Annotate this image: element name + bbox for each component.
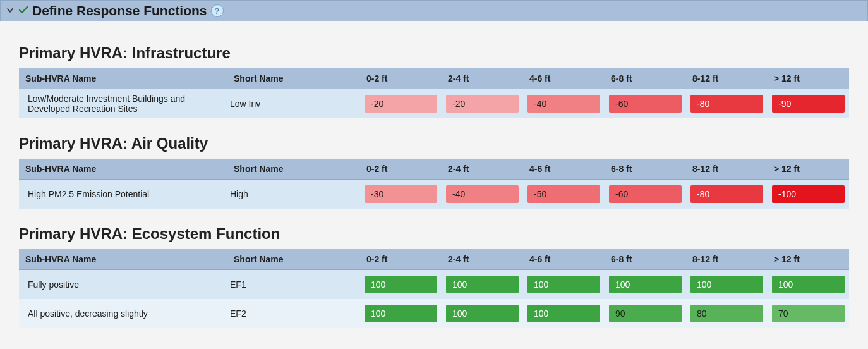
response-value-cell[interactable]: -30 [360,180,442,209]
response-value[interactable]: -80 [690,185,763,203]
panel-body: Primary HVRA: InfrastructureSub-HVRA Nam… [0,21,868,341]
col-header-range: 4-6 ft [523,249,605,270]
response-value[interactable]: 100 [446,276,519,293]
col-header-name: Sub-HVRA Name [19,159,227,180]
help-icon[interactable]: ? [211,4,224,17]
response-value-cell[interactable]: -60 [605,89,686,118]
panel-title: Define Response Functions [32,3,207,18]
table-row: Low/Moderate Investment Buildings and De… [19,89,849,118]
response-value[interactable]: -20 [446,95,519,113]
col-header-short: Short Name [227,159,360,180]
response-value[interactable]: -60 [609,185,682,203]
response-value-cell[interactable]: 100 [442,270,523,299]
response-value-cell[interactable]: -20 [442,89,523,118]
col-header-short: Short Name [227,249,360,270]
response-value-cell[interactable]: 90 [605,299,686,328]
response-value-cell[interactable]: -40 [523,89,605,118]
sub-hvra-short: Low Inv [227,89,360,118]
response-value[interactable]: -30 [365,185,437,203]
response-value-cell[interactable]: 100 [360,299,442,328]
response-value[interactable]: 100 [365,276,437,293]
col-header-name: Sub-HVRA Name [19,68,227,89]
sub-hvra-short: EF1 [227,270,360,299]
col-header-range: 8-12 ft [686,249,768,270]
col-header-range: 4-6 ft [523,159,605,180]
hvra-section-heading: Primary HVRA: Air Quality [19,135,849,152]
hvra-section-heading: Primary HVRA: Infrastructure [19,44,849,62]
panel-header[interactable]: Define Response Functions ? [0,0,868,21]
response-value-cell[interactable]: -90 [768,89,849,118]
response-value-cell[interactable]: 100 [605,270,686,299]
col-header-range: > 12 ft [768,68,849,89]
response-value[interactable]: -90 [772,95,845,113]
response-value-cell[interactable]: -80 [686,180,768,209]
response-value[interactable]: -20 [365,95,437,113]
response-value[interactable]: -60 [609,95,682,113]
col-header-range: 0-2 ft [360,68,442,89]
col-header-range: 0-2 ft [360,249,442,270]
response-value-cell[interactable]: 100 [768,270,849,299]
sub-hvra-name: Fully positive [19,270,227,299]
response-value-cell[interactable]: 100 [523,299,605,328]
response-value[interactable]: 80 [690,305,763,322]
response-value[interactable]: -40 [527,95,600,113]
col-header-range: 0-2 ft [360,159,442,180]
col-header-range: 6-8 ft [605,159,686,180]
hvra-section-heading: Primary HVRA: Ecosystem Function [19,225,849,243]
col-header-range: > 12 ft [768,249,849,270]
col-header-short: Short Name [227,68,360,89]
col-header-range: 6-8 ft [605,68,686,89]
response-value[interactable]: 100 [365,305,437,322]
response-value-cell[interactable]: 70 [768,299,849,328]
response-value-cell[interactable]: -80 [686,89,768,118]
sub-hvra-short: High [227,180,360,209]
sub-hvra-name: All positive, decreasing slightly [19,299,227,328]
collapse-chevron-icon[interactable] [6,6,15,16]
response-value-cell[interactable]: -20 [360,89,442,118]
col-header-range: 8-12 ft [686,159,768,180]
col-header-range: 2-4 ft [442,249,523,270]
col-header-range: 4-6 ft [523,68,605,89]
col-header-name: Sub-HVRA Name [19,249,227,270]
response-value-cell[interactable]: 100 [686,270,768,299]
response-value-cell[interactable]: 100 [442,299,523,328]
response-value-cell[interactable]: 80 [686,299,768,328]
sub-hvra-name: Low/Moderate Investment Buildings and De… [19,89,227,118]
col-header-range: 2-4 ft [442,68,523,89]
hvra-table: Sub-HVRA NameShort Name0-2 ft2-4 ft4-6 f… [19,159,849,209]
table-row: Fully positiveEF1100100100100100100 [19,270,849,299]
col-header-range: 6-8 ft [605,249,686,270]
response-value[interactable]: 70 [772,305,845,322]
response-value-cell[interactable]: -100 [768,180,849,209]
response-value-cell[interactable]: 100 [523,270,605,299]
response-value[interactable]: 100 [690,276,763,293]
response-value[interactable]: 100 [609,276,682,293]
response-value[interactable]: -80 [690,95,763,113]
col-header-range: 8-12 ft [686,68,768,89]
response-value-cell[interactable]: -40 [442,180,523,209]
hvra-table: Sub-HVRA NameShort Name0-2 ft2-4 ft4-6 f… [19,249,849,328]
col-header-range: > 12 ft [768,159,849,180]
table-row: All positive, decreasing slightlyEF21001… [19,299,849,328]
response-value[interactable]: -40 [446,185,519,203]
response-value[interactable]: -50 [527,185,600,203]
response-functions-panel: Define Response Functions ? Primary HVRA… [0,0,868,341]
response-value[interactable]: 100 [446,305,519,322]
response-value[interactable]: 100 [527,305,600,322]
response-value-cell[interactable]: -60 [605,180,686,209]
response-value-cell[interactable]: -50 [523,180,605,209]
response-value[interactable]: -100 [772,185,845,203]
hvra-table: Sub-HVRA NameShort Name0-2 ft2-4 ft4-6 f… [19,68,849,118]
response-value[interactable]: 100 [527,276,600,293]
response-value-cell[interactable]: 100 [360,270,442,299]
response-value[interactable]: 90 [609,305,682,322]
sub-hvra-short: EF2 [227,299,360,328]
response-value[interactable]: 100 [772,276,845,293]
table-row: High PM2.5 Emission PotentialHigh-30-40-… [19,180,849,209]
sub-hvra-name: High PM2.5 Emission Potential [19,180,227,209]
col-header-range: 2-4 ft [442,159,523,180]
status-check-icon [18,5,28,17]
